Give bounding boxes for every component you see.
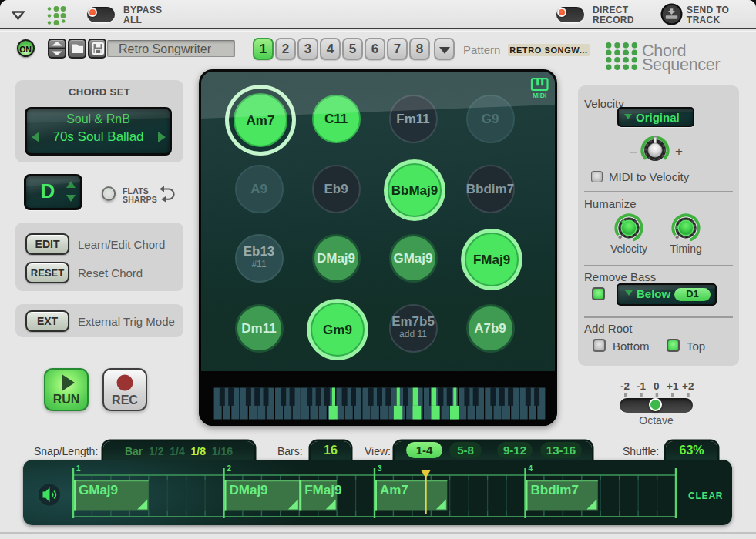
- svg-text:MIDI: MIDI: [533, 92, 547, 99]
